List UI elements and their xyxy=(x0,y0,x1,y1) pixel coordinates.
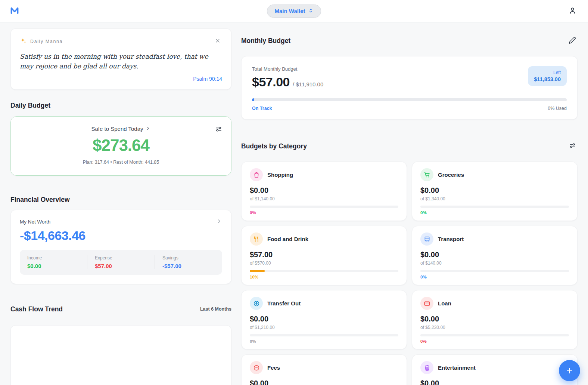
sliders-icon xyxy=(215,126,222,134)
category-percent: 0% xyxy=(420,275,569,279)
pencil-icon xyxy=(569,37,576,45)
category-grid: Shopping $0.00 of $1,140.00 0% Groceries… xyxy=(241,161,578,385)
category-card-shopping[interactable]: Shopping $0.00 of $1,140.00 0% xyxy=(241,161,407,221)
safe-to-spend-card: Safe to Spend Today $273.64 Plan: 317.64… xyxy=(10,116,231,176)
cash-flow-range-label: Last 6 Months xyxy=(200,307,231,312)
savings-stat: Savings -$57.00 xyxy=(155,255,222,269)
chevron-right-icon xyxy=(145,126,151,132)
category-name: Transfer Out xyxy=(267,300,301,307)
budget-left-badge: Left $11,853.00 xyxy=(528,66,567,86)
top-bar: Main Wallet xyxy=(0,0,588,22)
category-card-transport[interactable]: Transport $0.00 of $140.00 0% xyxy=(412,226,578,285)
category-name: Transport xyxy=(438,236,464,242)
budget-spent-amount: $57.00 xyxy=(252,75,290,89)
category-spent: $0.00 xyxy=(250,379,398,385)
edit-budget-button[interactable] xyxy=(567,35,578,47)
net-worth-value: -$14,663.46 xyxy=(20,228,222,243)
category-spent: $0.00 xyxy=(420,186,569,195)
category-spent: $0.00 xyxy=(420,379,569,385)
category-progress-bar xyxy=(250,334,398,336)
budget-left-value: $11,853.00 xyxy=(534,76,561,82)
category-percent: 0% xyxy=(420,210,569,215)
income-expense-savings-row: Income $0.00 Expense $57.00 Savings -$57… xyxy=(20,250,222,275)
app-logo xyxy=(10,6,19,17)
close-icon xyxy=(215,38,221,45)
income-stat: Income $0.00 xyxy=(20,255,87,269)
category-name: Fees xyxy=(267,364,280,371)
income-label: Income xyxy=(27,255,80,261)
wallet-selector[interactable]: Main Wallet xyxy=(267,4,321,18)
safe-to-spend-amount: $273.64 xyxy=(20,136,222,155)
wallet-selector-label: Main Wallet xyxy=(275,8,305,14)
category-percent: 0% xyxy=(250,339,398,344)
category-budget: of $570.00 xyxy=(250,261,398,266)
categories-heading: Budgets by Category xyxy=(241,142,307,150)
budget-progress-fill xyxy=(252,98,254,101)
main-content: Daily Manna Satisfy us in the morning wi… xyxy=(0,22,588,385)
category-budget: of $5,230.00 xyxy=(420,325,569,330)
category-spent: $0.00 xyxy=(250,186,398,195)
net-worth-label: My Net Worth xyxy=(20,219,50,225)
budget-status: On Track xyxy=(252,106,272,111)
category-progress-bar xyxy=(420,206,569,208)
category-percent: 0% xyxy=(250,210,398,215)
left-column: Daily Manna Satisfy us in the morning wi… xyxy=(10,28,231,385)
category-card-food-and-drink[interactable]: Food and Drink $57.00 of $570.00 10% xyxy=(241,226,407,285)
net-worth-link[interactable]: My Net Worth xyxy=(20,218,222,225)
daily-budget-settings-button[interactable] xyxy=(214,124,224,135)
category-budget: of $1,340.00 xyxy=(420,196,569,201)
expense-stat: Expense $57.00 xyxy=(87,255,155,269)
financial-overview-heading: Financial Overview xyxy=(10,196,231,204)
plan-note: Plan: 317.64 • Rest of Month: 441.85 xyxy=(20,160,222,165)
budget-used-label: 0% Used xyxy=(548,106,567,111)
monthly-budget-card: Total Monthly Budget $57.00 / $11,910.00… xyxy=(241,56,578,120)
verse-quote: Satisfy us in the morning with your stea… xyxy=(20,52,222,71)
category-budget: of $1,140.00 xyxy=(250,196,398,201)
category-filter-button[interactable] xyxy=(567,141,578,152)
monthly-budget-heading: Monthly Budget xyxy=(241,37,290,45)
chevron-right-icon xyxy=(216,218,222,225)
utensils-icon xyxy=(250,232,263,246)
total-monthly-budget-label: Total Monthly Budget xyxy=(252,66,323,72)
shopping-cart-icon xyxy=(420,168,433,181)
safe-to-spend-link[interactable]: Safe to Spend Today xyxy=(91,126,151,132)
category-card-fees[interactable]: Fees $0.00 of $170.00 0% xyxy=(241,354,407,385)
category-card-transfer-out[interactable]: Transfer Out $0.00 of $1,210.00 0% xyxy=(241,290,407,349)
bus-icon xyxy=(420,232,433,246)
daily-manna-label: Daily Manna xyxy=(30,39,63,44)
category-card-groceries[interactable]: Groceries $0.00 of $1,340.00 0% xyxy=(412,161,578,221)
close-button[interactable] xyxy=(213,36,222,46)
category-progress-bar xyxy=(250,270,398,272)
category-card-loan[interactable]: Loan $0.00 of $5,230.00 0% xyxy=(412,290,578,349)
category-spent: $57.00 xyxy=(250,250,398,259)
category-percent: 0% xyxy=(420,339,569,344)
arrow-up-circle-icon xyxy=(250,297,263,310)
category-name: Groceries xyxy=(438,172,464,178)
category-budget: of $1,210.00 xyxy=(250,325,398,330)
income-value: $0.00 xyxy=(27,263,80,269)
category-percent: 10% xyxy=(250,275,398,279)
profile-button[interactable] xyxy=(567,5,578,18)
category-name: Shopping xyxy=(267,172,293,178)
category-spent: $0.00 xyxy=(420,315,569,323)
category-spent: $0.00 xyxy=(420,250,569,259)
expense-value: $57.00 xyxy=(95,263,147,269)
add-transaction-button[interactable]: + xyxy=(559,360,580,381)
sliders-icon xyxy=(569,142,576,150)
savings-value: -$57.00 xyxy=(162,263,215,269)
category-name: Food and Drink xyxy=(267,236,308,242)
minus-circle-icon xyxy=(250,361,263,374)
verse-reference-link[interactable]: Psalm 90:14 xyxy=(20,76,222,82)
category-spent: $0.00 xyxy=(250,315,398,323)
category-progress-fill xyxy=(250,270,265,272)
sparkles-icon xyxy=(20,37,27,46)
plus-icon: + xyxy=(566,365,573,376)
popcorn-icon xyxy=(420,361,433,374)
cash-flow-heading: Cash Flow Trend xyxy=(10,305,63,313)
budget-total-amount: / $11,910.00 xyxy=(293,81,323,87)
person-icon xyxy=(568,6,577,16)
category-card-entertainment[interactable]: Entertainment $0.00 of $470.00 0% xyxy=(412,354,578,385)
budget-progress-bar xyxy=(252,98,567,101)
cash-flow-chart xyxy=(29,326,213,385)
category-progress-bar xyxy=(420,270,569,272)
